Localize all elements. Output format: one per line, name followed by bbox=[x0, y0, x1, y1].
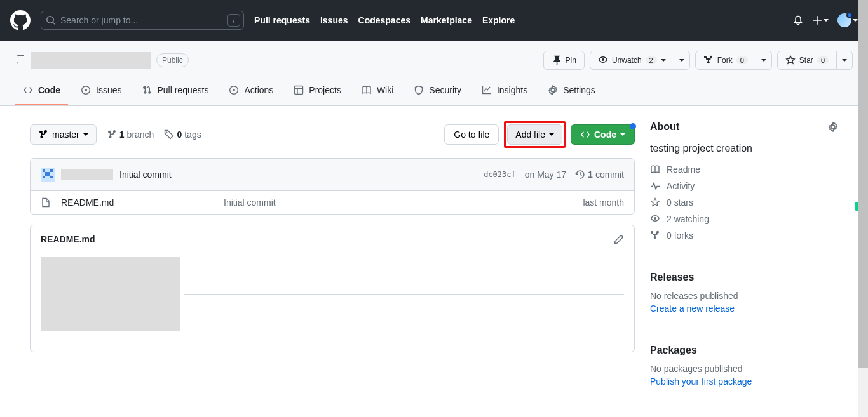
svg-rect-8 bbox=[45, 172, 50, 176]
code-icon bbox=[580, 129, 590, 140]
tab-label: Insights bbox=[497, 85, 527, 95]
add-file-button[interactable]: Add file bbox=[507, 124, 562, 145]
fork-count: 0 bbox=[736, 56, 748, 64]
unwatch-button[interactable]: Unwatch 2 bbox=[590, 51, 674, 70]
global-nav: Pull requests Issues Codespaces Marketpl… bbox=[254, 15, 515, 25]
star-count: 0 bbox=[817, 56, 829, 64]
caret-down-icon bbox=[824, 19, 829, 22]
commit-hash[interactable]: dc023cf bbox=[484, 170, 516, 179]
nav-pull-requests[interactable]: Pull requests bbox=[254, 15, 310, 25]
readme-link[interactable]: Readme bbox=[650, 164, 838, 175]
branch-select-button[interactable]: master bbox=[30, 124, 97, 145]
search-container: / bbox=[41, 11, 244, 30]
global-header: / Pull requests Issues Codespaces Market… bbox=[0, 0, 868, 41]
caret-down-icon bbox=[761, 59, 766, 62]
readme-filename[interactable]: README.md bbox=[41, 234, 95, 244]
star-menu-button[interactable] bbox=[837, 51, 853, 70]
star-button[interactable]: Star 0 bbox=[777, 51, 837, 70]
scrollbar-thumb[interactable] bbox=[858, 0, 868, 368]
scrollbar-track[interactable] bbox=[858, 0, 868, 402]
svg-rect-6 bbox=[43, 169, 45, 172]
code-button[interactable]: Code bbox=[571, 124, 635, 145]
link-label: 2 watching bbox=[667, 214, 709, 224]
releases-title: Releases bbox=[650, 272, 838, 283]
nav-issues[interactable]: Issues bbox=[320, 15, 348, 25]
branch-icon bbox=[38, 129, 48, 140]
publish-package-link[interactable]: Publish your first package bbox=[650, 376, 752, 387]
watching-link[interactable]: 2 watching bbox=[650, 214, 838, 224]
activity-link[interactable]: Activity bbox=[650, 181, 838, 191]
file-row[interactable]: README.md Initial commit last month bbox=[31, 191, 634, 214]
svg-point-4 bbox=[166, 132, 168, 133]
about-header: About bbox=[650, 121, 838, 133]
latest-commit-row: Initial commit dc023cf on May 17 1 commi… bbox=[31, 159, 634, 191]
tab-actions[interactable]: Actions bbox=[221, 80, 281, 105]
repo-actions: Pin Unwatch 2 Fork 0 bbox=[543, 51, 853, 70]
releases-section: Releases No releases published Create a … bbox=[650, 272, 838, 329]
nav-explore[interactable]: Explore bbox=[482, 15, 515, 25]
search-input[interactable] bbox=[41, 11, 244, 30]
file-name[interactable]: README.md bbox=[61, 197, 214, 208]
commit-avatar-icon[interactable] bbox=[41, 168, 55, 182]
user-menu[interactable] bbox=[837, 13, 858, 27]
play-icon bbox=[229, 85, 239, 95]
pin-button[interactable]: Pin bbox=[543, 51, 585, 70]
tab-settings[interactable]: Settings bbox=[540, 80, 603, 105]
tab-projects[interactable]: Projects bbox=[286, 80, 349, 105]
commit-date: on May 17 bbox=[525, 169, 566, 180]
fork-menu-button[interactable] bbox=[756, 51, 772, 70]
header-right bbox=[793, 13, 858, 27]
tab-label: Projects bbox=[309, 85, 341, 95]
tab-issues[interactable]: Issues bbox=[73, 80, 129, 105]
goto-file-button[interactable]: Go to file bbox=[444, 124, 499, 145]
gear-icon bbox=[548, 85, 558, 95]
create-menu[interactable] bbox=[812, 15, 829, 25]
tab-insights[interactable]: Insights bbox=[474, 80, 535, 105]
nav-codespaces[interactable]: Codespaces bbox=[358, 15, 410, 25]
caret-down-icon bbox=[679, 59, 684, 62]
main-content: master 1 branch 0 tags Go to file Add fi… bbox=[15, 106, 853, 402]
branch-row: master 1 branch 0 tags Go to file Add fi… bbox=[30, 121, 635, 148]
visibility-badge: Public bbox=[156, 53, 189, 67]
left-column: master 1 branch 0 tags Go to file Add fi… bbox=[30, 121, 635, 387]
pin-label: Pin bbox=[566, 56, 576, 65]
branches-link[interactable]: 1 branch bbox=[107, 129, 154, 140]
tab-wiki[interactable]: Wiki bbox=[354, 80, 401, 105]
code-icon bbox=[23, 85, 33, 95]
highlight-annotation: Add file bbox=[504, 121, 566, 148]
about-section: About testing project creation Readme Ac… bbox=[650, 121, 838, 256]
link-label: 0 stars bbox=[667, 197, 693, 208]
tab-label: Security bbox=[429, 85, 461, 95]
commit-message[interactable]: Initial commit bbox=[119, 169, 172, 180]
forks-link[interactable]: 0 forks bbox=[650, 230, 838, 241]
link-label: Activity bbox=[667, 181, 695, 191]
bell-icon[interactable] bbox=[793, 15, 803, 25]
branches-label: branch bbox=[127, 129, 154, 140]
tab-code[interactable]: Code bbox=[15, 80, 68, 105]
gear-icon[interactable] bbox=[828, 122, 838, 132]
file-commit-msg[interactable]: Initial commit bbox=[224, 197, 573, 208]
commit-meta: dc023cf on May 17 1 commit bbox=[484, 169, 624, 180]
pencil-icon[interactable] bbox=[614, 234, 624, 244]
link-label: 0 forks bbox=[667, 230, 693, 241]
fork-icon bbox=[703, 55, 714, 65]
about-title: About bbox=[650, 121, 679, 133]
svg-point-1 bbox=[85, 89, 87, 91]
tab-security[interactable]: Security bbox=[406, 80, 469, 105]
github-logo-icon[interactable] bbox=[10, 10, 31, 30]
caret-down-icon bbox=[549, 133, 554, 136]
side-tab-handle[interactable] bbox=[855, 202, 858, 211]
branch-name: master bbox=[52, 129, 79, 140]
fork-button[interactable]: Fork 0 bbox=[695, 51, 756, 70]
watch-menu-button[interactable] bbox=[674, 51, 690, 70]
commit-author-redacted[interactable] bbox=[61, 169, 113, 180]
tab-pulls[interactable]: Pull requests bbox=[134, 80, 216, 105]
create-release-link[interactable]: Create a new release bbox=[650, 303, 735, 314]
stars-link[interactable]: 0 stars bbox=[650, 197, 838, 208]
repo-name-redacted[interactable] bbox=[31, 52, 151, 69]
packages-title: Packages bbox=[650, 345, 838, 356]
releases-empty: No releases published bbox=[650, 291, 838, 301]
nav-marketplace[interactable]: Marketplace bbox=[421, 15, 472, 25]
commits-link[interactable]: 1 commit bbox=[575, 169, 624, 180]
tags-link[interactable]: 0 tags bbox=[164, 129, 201, 140]
